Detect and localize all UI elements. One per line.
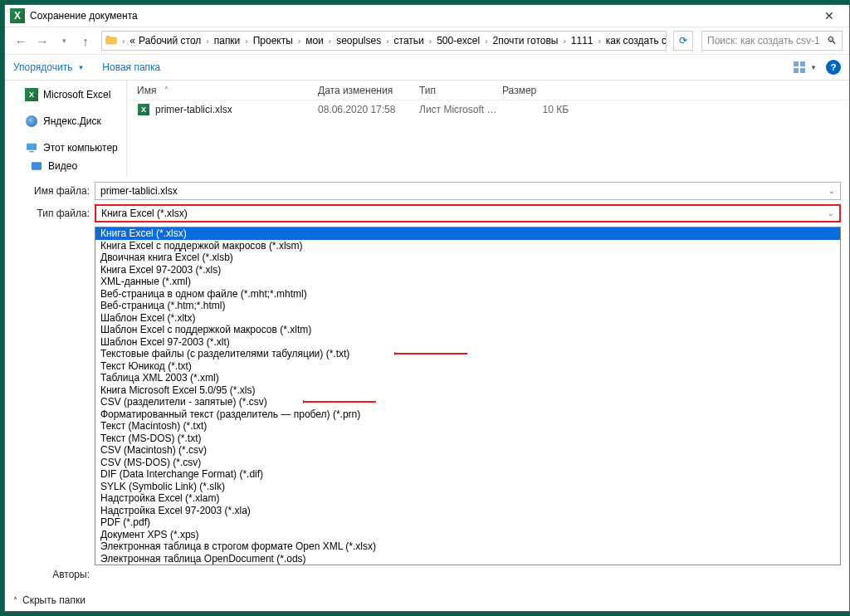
filetype-option[interactable]: CSV (Macintosh) (*.csv) xyxy=(95,444,840,457)
filetype-option[interactable]: Текст Юникод (*.txt) xyxy=(95,360,840,373)
chevron-down-icon: ▼ xyxy=(77,64,84,71)
titlebar: X Сохранение документа ✕ xyxy=(5,5,849,27)
filetype-option[interactable]: Таблица XML 2003 (*.xml) xyxy=(95,372,840,384)
sidebar-item[interactable]: Документы xyxy=(5,175,126,177)
filetype-option[interactable]: XML-данные (*.xml) xyxy=(95,276,840,288)
close-button[interactable]: ✕ xyxy=(811,5,848,27)
file-row[interactable]: X primer-tablici.xlsx 08.06.2020 17:58 Л… xyxy=(127,100,849,119)
filetype-option[interactable]: Шаблон Excel (*.xltx) xyxy=(95,312,840,325)
annotation-arrow xyxy=(394,348,469,359)
save-form: Имя файла: primer-tablici.xlsx ⌄ Тип фай… xyxy=(5,177,849,589)
folder-icon xyxy=(104,32,119,49)
svg-rect-5 xyxy=(29,151,33,152)
filetype-label: Тип файла: xyxy=(5,208,95,219)
filetype-option[interactable]: SYLK (Symbolic Link) (*.slk) xyxy=(95,481,840,493)
back-button[interactable]: ← xyxy=(12,32,30,50)
dropdown-history[interactable]: ▾ xyxy=(55,32,73,50)
filetype-select[interactable]: Книга Excel (*.xlsx) ⌄ xyxy=(95,204,841,222)
sidebar-item[interactable]: Видео xyxy=(5,157,126,175)
dialog-footer: ˄ Скрыть папки xyxy=(5,589,849,611)
filetype-option[interactable]: Веб-страница в одном файле (*.mht;*.mhtm… xyxy=(95,288,840,301)
annotation-arrow xyxy=(303,396,378,408)
svg-rect-1 xyxy=(800,61,805,66)
excel-icon: X xyxy=(10,8,25,23)
filetype-option[interactable]: Двоичная книга Excel (*.xlsb) xyxy=(95,252,840,264)
sidebar-item[interactable]: Яндекс.Диск xyxy=(5,112,126,130)
column-headers: Имя˄ Дата изменения Тип Размер xyxy=(127,81,849,100)
filetype-option[interactable]: Электронная таблица OpenDocument (*.ods) xyxy=(95,553,840,565)
toolbar: Упорядочить ▼ Новая папка ▼ ? xyxy=(5,55,849,81)
filetype-option[interactable]: Веб-страница (*.htm;*.html) xyxy=(95,300,840,312)
refresh-button[interactable]: ⟳ xyxy=(673,31,693,51)
sidebar-item[interactable]: Этот компьютер xyxy=(5,139,126,157)
svg-rect-0 xyxy=(794,61,799,66)
breadcrumb[interactable]: ›« Рабочий стол› папки› Проекты› мои› se… xyxy=(101,31,667,51)
filetype-option[interactable]: Электронная таблица в строгом формате Op… xyxy=(95,540,840,553)
filetype-option[interactable]: Текст (Macintosh) (*.txt) xyxy=(95,420,840,433)
search-input[interactable]: Поиск: как создать csv-1 🔍︎ xyxy=(701,31,843,51)
col-name[interactable]: Имя˄ xyxy=(137,81,318,100)
up-button[interactable]: ↑ xyxy=(76,32,95,50)
authors-label: Авторы: xyxy=(5,569,95,580)
chevron-up-icon: ˄ xyxy=(13,596,17,605)
filetype-option[interactable]: Книга Microsoft Excel 5.0/95 (*.xls) xyxy=(95,384,840,397)
filetype-option[interactable]: DIF (Data Interchange Format) (*.dif) xyxy=(95,468,840,481)
filetype-option[interactable]: Текстовые файлы (с разделителями табуляц… xyxy=(95,348,840,360)
svg-rect-2 xyxy=(794,68,799,73)
window-title: Сохранение документа xyxy=(30,10,811,22)
filetype-option[interactable]: Текст (MS-DOS) (*.txt) xyxy=(95,433,840,445)
filetype-dropdown: Книга Excel (*.xlsx)Книга Excel с поддер… xyxy=(95,227,841,565)
chevron-down-icon[interactable]: ⌄ xyxy=(828,187,835,195)
filetype-option[interactable]: PDF (*.pdf) xyxy=(95,516,840,529)
hide-folders-button[interactable]: ˄ Скрыть папки xyxy=(13,594,85,606)
forward-button[interactable]: → xyxy=(33,32,51,50)
filetype-option[interactable]: Надстройка Excel (*.xlam) xyxy=(95,492,840,505)
filetype-option[interactable]: Надстройка Excel 97-2003 (*.xla) xyxy=(95,505,840,517)
chevron-down-icon: ⌄ xyxy=(828,209,834,218)
filetype-option[interactable]: Шаблон Excel с поддержкой макросов (*.xl… xyxy=(95,324,840,336)
filetype-option[interactable]: CSV (MS-DOS) (*.csv) xyxy=(95,457,840,469)
search-icon: 🔍︎ xyxy=(827,35,837,46)
file-icon: X xyxy=(137,103,150,116)
filetype-option[interactable]: Форматированный текст (разделитель — про… xyxy=(95,408,840,421)
filetype-option[interactable]: Книга Excel 97-2003 (*.xls) xyxy=(95,264,840,276)
filetype-option[interactable]: Документ XPS (*.xps) xyxy=(95,529,840,541)
new-folder-button[interactable]: Новая папка xyxy=(102,61,160,73)
organize-menu[interactable]: Упорядочить ▼ xyxy=(13,61,84,73)
navbar: ← → ▾ ↑ ›« Рабочий стол› папки› Проекты›… xyxy=(5,27,849,55)
sidebar-item[interactable]: XMicrosoft Excel xyxy=(5,86,126,104)
col-size[interactable]: Размер xyxy=(502,81,569,100)
col-date[interactable]: Дата изменения xyxy=(318,81,419,100)
view-options[interactable]: ▼ xyxy=(793,59,818,76)
filetype-option[interactable]: Книга Excel с поддержкой макросов (*.xls… xyxy=(95,240,840,252)
svg-rect-3 xyxy=(800,68,805,73)
sidebar: XMicrosoft ExcelЯндекс.ДискЭтот компьюте… xyxy=(5,81,127,177)
col-type[interactable]: Тип xyxy=(419,81,502,100)
filetype-option[interactable]: CSV (разделители - запятые) (*.csv) xyxy=(95,396,840,408)
help-button[interactable]: ? xyxy=(826,60,841,75)
filename-label: Имя файла: xyxy=(5,185,95,197)
svg-rect-6 xyxy=(32,162,42,169)
file-list: Имя˄ Дата изменения Тип Размер X primer-… xyxy=(127,81,849,177)
filetype-option[interactable]: Шаблон Excel 97-2003 (*.xlt) xyxy=(95,336,840,349)
filetype-option[interactable]: Книга Excel (*.xlsx) xyxy=(95,227,840,240)
save-dialog: X Сохранение документа ✕ ← → ▾ ↑ ›« Рабо… xyxy=(4,4,850,612)
filename-input[interactable]: primer-tablici.xlsx ⌄ xyxy=(95,182,841,200)
svg-rect-4 xyxy=(27,144,37,150)
